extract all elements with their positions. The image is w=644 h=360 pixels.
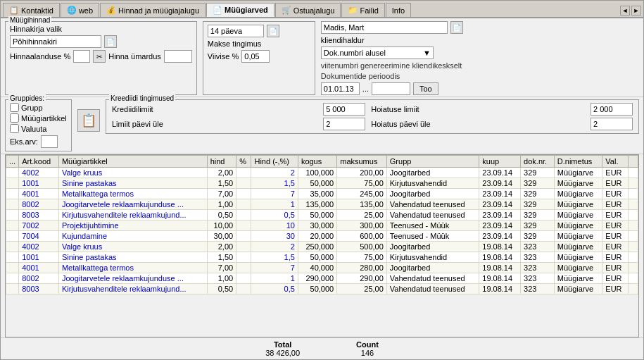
table-row[interactable]: 4002 Valge kruus 2,00 2 250,000 500,00 J… xyxy=(6,242,638,252)
cell-dok: 329 xyxy=(521,168,555,178)
count-section: Count 146 xyxy=(356,340,379,357)
col-artkood[interactable]: Art.kood xyxy=(19,156,59,168)
col-dok[interactable]: dok.nr. xyxy=(521,156,555,168)
col-dot: ... xyxy=(6,156,19,168)
col-dnim[interactable]: D.nimetus xyxy=(554,156,602,168)
dok-dropdown[interactable]: Dok.numbri alusel ▼ xyxy=(321,46,434,59)
cell-kogus: 30,000 xyxy=(298,221,336,231)
cell-dnim: Müügiarve xyxy=(554,284,602,294)
cell-scroll xyxy=(629,178,638,189)
col-hind[interactable]: hind xyxy=(207,156,236,168)
cell-val: EUR xyxy=(602,242,629,252)
cell-grupp: Joogitarbed xyxy=(386,168,479,178)
cell-dnim: Müügiarve xyxy=(554,189,602,199)
myygiartikkel-checkbox[interactable] xyxy=(10,113,19,123)
limiit-paev-input[interactable] xyxy=(323,118,365,130)
col-val[interactable]: Val. xyxy=(602,156,629,168)
cell-kogus: 100,000 xyxy=(298,168,336,178)
cell-dot xyxy=(6,252,19,263)
table-row[interactable]: 1001 Sinine pastakas 1,50 1,5 50,000 75,… xyxy=(6,252,638,263)
col-grupp[interactable]: Grupp xyxy=(386,156,479,168)
hinnakirja-input[interactable] xyxy=(10,35,101,48)
cell-dot xyxy=(6,199,19,210)
grupp-item-3: Valuuta xyxy=(21,125,47,133)
hoiatus-limiit-input[interactable] xyxy=(591,103,633,116)
too-button[interactable]: Too xyxy=(413,82,438,95)
cell-maksumus: 75,00 xyxy=(337,252,387,263)
hinna-umardus-label: Hinna ümardus xyxy=(108,52,161,61)
cell-dnim: Müügiarve xyxy=(554,263,602,273)
table-row[interactable]: 8002 Joogitarvetele reklaamkujunduse ...… xyxy=(6,273,638,284)
table-wrapper[interactable]: ... Art.kood Müügiartikkel hind % Hind (… xyxy=(5,154,639,337)
cell-artikkel: Valge kruus xyxy=(58,242,207,252)
cell-hind: 1,00 xyxy=(207,273,236,284)
tab-web-label: web xyxy=(79,6,93,15)
cell-scroll xyxy=(629,273,638,284)
hinnaalandus-input[interactable] xyxy=(73,50,90,63)
tab-web[interactable]: 🌐 web xyxy=(61,3,99,17)
total-label: Total xyxy=(265,340,300,349)
col-kuup[interactable]: kuup xyxy=(479,156,521,168)
makse-tingimus-label: Makse tingimus xyxy=(208,39,261,48)
col-artikkel[interactable]: Müügiartikkel xyxy=(58,156,207,168)
tab-myygiarved[interactable]: 📄 Müügiarved xyxy=(206,3,274,17)
eks-input[interactable] xyxy=(41,135,58,148)
table-row[interactable]: 7004 Kujundamine 30,00 30 20,000 600,00 … xyxy=(6,231,638,242)
scissors-icon[interactable]: ✂ xyxy=(93,50,106,63)
tab-hinnad[interactable]: 💰 Hinnad ja müügiajalugu xyxy=(100,3,206,17)
cell-scroll xyxy=(629,284,638,294)
cell-grupp: Vahendatud teenused xyxy=(386,284,479,294)
table-row[interactable]: 8002 Joogitarvetele reklaamkujunduse ...… xyxy=(6,199,638,210)
tab-failid[interactable]: 📁 Failid xyxy=(341,3,384,17)
table-row[interactable]: 8003 Kirjutusvahenditele reklaamkujund..… xyxy=(6,284,638,294)
cell-artkood: 8002 xyxy=(19,199,59,210)
main-window: 📋 Kontaktid 🌐 web 💰 Hinnad ja müügiajalu… xyxy=(0,0,644,360)
hinna-umardus-input[interactable] xyxy=(164,50,192,63)
dok-to-date[interactable] xyxy=(372,82,410,95)
grupp-checkbox[interactable] xyxy=(10,103,19,112)
col-pct[interactable]: % xyxy=(236,156,251,168)
hoiatus-paev-input[interactable] xyxy=(591,118,633,130)
table-row[interactable]: 4001 Metallkattega termos 7,00 7 40,000 … xyxy=(6,263,638,273)
col-maksumus[interactable]: maksumus xyxy=(337,156,387,168)
tab-ostuajalugu[interactable]: 🛒 Ostuajalugu xyxy=(275,3,341,17)
table-row[interactable]: 4001 Metallkattega termos 7,00 7 35,000 … xyxy=(6,189,638,199)
viivise-input[interactable] xyxy=(241,50,270,63)
cell-scroll xyxy=(629,242,638,252)
tab-info[interactable]: Info xyxy=(386,3,411,17)
col-hind2[interactable]: Hind (-,%) xyxy=(251,156,298,168)
table-row[interactable]: 8003 Kirjutusvahenditele reklaamkujund..… xyxy=(6,210,638,221)
col-kogus[interactable]: kogus xyxy=(298,156,336,168)
client-doc-icon[interactable]: 📄 xyxy=(450,21,463,34)
table-row[interactable]: 7002 Projektijuhtimine 10,00 10 30,000 3… xyxy=(6,221,638,231)
cell-kogus: 250,000 xyxy=(298,242,336,252)
nav-right-arrow[interactable]: ► xyxy=(631,6,641,15)
col-scroll xyxy=(629,156,638,168)
doc-edit-icon[interactable]: 📋 xyxy=(77,109,100,132)
cell-dot xyxy=(6,221,19,231)
cell-kogus: 50,000 xyxy=(298,252,336,263)
table-row[interactable]: 4002 Valge kruus 2,00 2 100,000 200,00 J… xyxy=(6,168,638,178)
cell-dot xyxy=(6,273,19,284)
paev-input[interactable] xyxy=(208,25,264,37)
cell-pct xyxy=(236,273,251,284)
tab-failid-icon: 📁 xyxy=(348,6,358,15)
viitenumbri-label: viitenumbri genereerimine kliendikesksel… xyxy=(321,61,639,70)
viivise-label: Viivise % xyxy=(208,52,239,61)
paev-doc-icon[interactable]: 📄 xyxy=(267,25,279,37)
table-row[interactable]: 1001 Sinine pastakas 1,50 1,5 50,000 75,… xyxy=(6,178,638,189)
tab-kontaktid[interactable]: 📋 Kontaktid xyxy=(3,3,60,17)
client-name-input[interactable] xyxy=(321,21,448,34)
mygihinnad-section: Müügihinnad Hinnakirja valik 📄 Hinnaalan… xyxy=(5,21,197,95)
cell-kogus: 50,000 xyxy=(298,210,336,221)
cell-pct xyxy=(236,242,251,252)
krediidilimiit-input[interactable] xyxy=(323,103,365,116)
dok-from-date[interactable] xyxy=(321,82,360,95)
grupp-label: Gruppides: xyxy=(8,94,46,102)
hinnakirja-doc-icon[interactable]: 📄 xyxy=(104,35,117,48)
nav-left-arrow[interactable]: ◄ xyxy=(620,6,630,15)
cell-dnim: Müügiarve xyxy=(554,168,602,178)
cell-dot xyxy=(6,284,19,294)
valuuta-checkbox[interactable] xyxy=(10,124,19,133)
grupp-item-2: Müügiartikkel xyxy=(21,114,67,123)
